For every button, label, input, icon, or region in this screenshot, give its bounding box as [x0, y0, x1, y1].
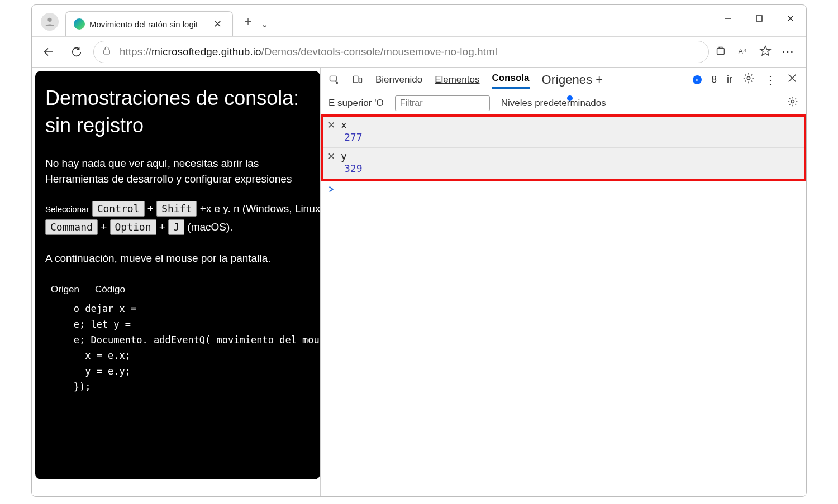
key-control: Control: [92, 201, 145, 217]
code-tab-origen[interactable]: Origen: [51, 284, 79, 295]
svg-point-13: [747, 76, 750, 80]
tab-console[interactable]: Consola: [492, 70, 529, 89]
device-toggle-icon[interactable]: [352, 74, 363, 85]
tab-sources[interactable]: Orígenes +: [542, 73, 603, 87]
live-expressions-box: ✕x 277 ✕y 329: [321, 114, 806, 181]
remove-expression-icon[interactable]: ✕: [327, 120, 335, 131]
edge-favicon: [74, 18, 85, 30]
shortcut-windows: Seleccionar Control + Shift +x e y. n (W…: [45, 200, 320, 218]
lock-icon: [102, 46, 112, 59]
console-prompt[interactable]: [321, 181, 806, 200]
read-aloud-icon[interactable]: A⁾⁾: [737, 45, 749, 59]
favorite-icon[interactable]: [759, 45, 772, 59]
window-close-button[interactable]: [775, 5, 806, 32]
devtools-tabs: Bienvenido Elementos Consola Orígenes + …: [321, 68, 806, 92]
window-controls: [712, 5, 806, 32]
settings-gear-icon[interactable]: [742, 72, 755, 87]
issues-count: 8: [712, 74, 717, 85]
more-vert-icon[interactable]: ⋮: [765, 73, 776, 87]
tab-welcome[interactable]: Bienvenido: [375, 72, 422, 88]
code-tab-codigo[interactable]: Código: [95, 284, 125, 295]
code-body: o dejar x = e; let y = e; Documento. add…: [51, 301, 315, 395]
remove-expression-icon[interactable]: ✕: [327, 151, 335, 162]
profile-avatar[interactable]: [41, 13, 59, 31]
app-icon[interactable]: [715, 45, 727, 59]
inspect-element-icon[interactable]: [328, 74, 340, 85]
content-split: Demostraciones de consola: sin registro …: [32, 68, 806, 496]
key-shift: Shift: [156, 201, 197, 217]
svg-point-16: [792, 100, 794, 103]
reload-button[interactable]: [65, 41, 88, 63]
code-card: Origen Código o dejar x = e; let y = e; …: [45, 280, 320, 405]
levels-dot-icon: [567, 95, 573, 101]
context-selector[interactable]: E superior 'O: [328, 98, 384, 109]
browser-tab[interactable]: Movimiento del ratón sin logit ✕: [65, 11, 233, 36]
live-expression-row[interactable]: ✕x 277: [323, 117, 804, 148]
live-expression-value: 277: [327, 131, 799, 143]
svg-rect-12: [359, 78, 362, 82]
key-option: Option: [110, 219, 156, 235]
omnibox[interactable]: https://microsoftedge.github.io/Demos/de…: [93, 41, 709, 63]
instruction-text: A continuación, mueve el mouse por la pa…: [45, 251, 320, 266]
svg-rect-7: [717, 48, 725, 54]
svg-rect-11: [354, 76, 358, 83]
key-command: Command: [45, 219, 98, 235]
devtools-panel: Bienvenido Elementos Consola Orígenes + …: [320, 68, 806, 496]
svg-point-0: [47, 18, 51, 22]
devtools-close-icon[interactable]: [786, 72, 798, 87]
svg-rect-2: [756, 16, 762, 21]
more-menu-button[interactable]: ⋯: [782, 45, 795, 59]
address-bar: https://microsoftedge.github.io/Demos/de…: [32, 36, 806, 68]
log-levels-selector[interactable]: Niveles predeterminados: [501, 98, 606, 109]
svg-rect-10: [330, 76, 337, 81]
ir-label[interactable]: ir: [727, 74, 732, 85]
page-content: Demostraciones de consola: sin registro …: [35, 71, 320, 479]
window-minimize-button[interactable]: [712, 5, 744, 32]
tab-title: Movimiento del ratón sin logit: [89, 20, 198, 29]
back-button[interactable]: [37, 41, 60, 63]
page-title: Demostraciones de consola: sin registro: [45, 85, 320, 139]
tab-elements[interactable]: Elementos: [435, 72, 479, 88]
tab-menu-button[interactable]: ⌄: [261, 19, 268, 30]
filter-input[interactable]: [395, 95, 490, 111]
tab-close-icon[interactable]: ✕: [213, 18, 222, 30]
new-tab-button[interactable]: ＋: [242, 13, 254, 30]
titlebar: Movimiento del ratón sin logit ✕ ＋ ⌄: [32, 5, 806, 36]
intro-text: No hay nada que ver aquí, necesitas abri…: [45, 156, 320, 186]
key-j: J: [168, 219, 184, 235]
shortcut-macos: Command + Option + J (macOS).: [45, 218, 320, 236]
issues-badge-icon[interactable]: •: [693, 75, 702, 84]
browser-window: Movimiento del ratón sin logit ✕ ＋ ⌄ htt…: [31, 4, 807, 497]
console-filter-bar: E superior 'O Niveles predeterminados: [321, 92, 806, 114]
url-text: https://microsoftedge.github.io/Demos/de…: [120, 46, 497, 58]
toolbar-right: A⁾⁾ ⋯: [715, 45, 801, 59]
svg-marker-9: [760, 46, 770, 56]
live-expression-row[interactable]: ✕y 329: [323, 148, 804, 179]
svg-text:A⁾⁾: A⁾⁾: [739, 47, 746, 55]
console-settings-icon[interactable]: [787, 96, 798, 110]
live-expression-value: 329: [327, 162, 799, 174]
window-maximize-button[interactable]: [744, 5, 775, 32]
svg-rect-6: [104, 50, 110, 54]
